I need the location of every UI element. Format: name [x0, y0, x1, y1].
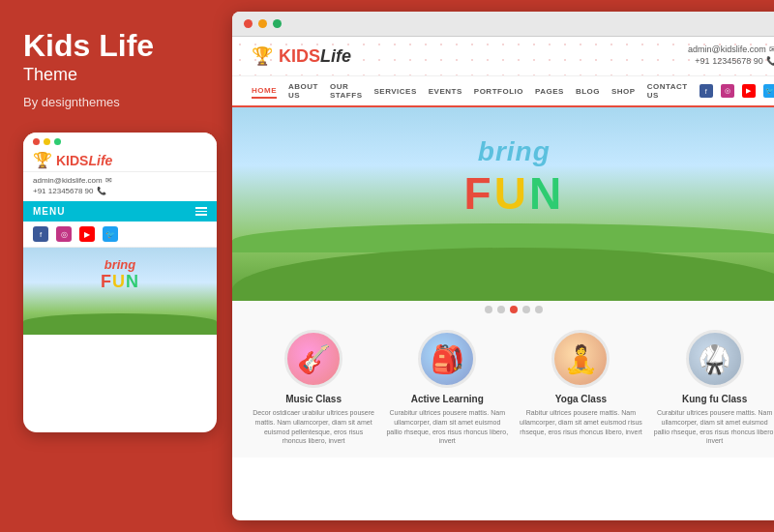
- yoga-avatar-face: 🧘: [554, 333, 607, 385]
- service-card-active: 🎒 Active Learning Curabitur ultrices pou…: [385, 330, 509, 446]
- theme-by: By designthemes: [23, 95, 209, 109]
- active-learning-desc: Curabitur ultrices pousere mattis. Nam u…: [385, 408, 509, 446]
- nav-facebook-icon[interactable]: f: [700, 84, 713, 98]
- slider-dot-5[interactable]: [535, 306, 543, 313]
- site-logo-area: 🏆 KIDSLife: [252, 45, 351, 67]
- desktop-kids-text: KIDS: [279, 46, 320, 66]
- theme-subtitle: Theme: [23, 65, 209, 85]
- site-nav: HOME ABOUT US OUR STAFFS SERVICES EVENTS…: [232, 76, 774, 107]
- slider-dot-2[interactable]: [497, 306, 505, 313]
- site-logo-text: KIDSLife: [279, 46, 351, 67]
- nav-wrapper: HOME ABOUT US OUR STAFFS SERVICES EVENTS…: [232, 76, 774, 107]
- hamburger-line-2: [195, 211, 207, 213]
- chrome-dot-red[interactable]: [244, 19, 253, 28]
- mobile-fun-text: FUN: [101, 272, 139, 292]
- desktop-email: admin@kidslife.com: [688, 44, 766, 54]
- nav-item-staffs[interactable]: OUR STAFFS: [330, 80, 363, 102]
- mobile-logo-text: KIDSLife: [56, 153, 112, 168]
- kungfu-class-desc: Curabitur ultrices pousere mattis. Nam u…: [653, 408, 774, 446]
- slider-dot-4[interactable]: [522, 306, 530, 313]
- service-card-music: 🎸 Music Class Decor ostdicaer urabilur u…: [252, 330, 375, 446]
- hero-section: bring FUN: [232, 107, 774, 301]
- hero-f-letter: F: [464, 168, 494, 219]
- theme-title: Kids Life: [23, 29, 209, 63]
- music-class-title: Music Class: [252, 394, 375, 404]
- left-panel: Kids Life Theme By designthemes 🏆 KIDSLi…: [0, 0, 232, 532]
- nav-twitter-icon[interactable]: 🐦: [763, 84, 774, 98]
- header-phone-icon: 📞: [766, 56, 774, 66]
- mobile-youtube-icon[interactable]: ▶: [79, 226, 95, 242]
- slider-dot-3[interactable]: [510, 306, 518, 313]
- chrome-dot-green[interactable]: [273, 19, 282, 28]
- yoga-class-title: Yoga Class: [519, 394, 642, 404]
- mobile-logo-area: 🏆 KIDSLife: [23, 145, 217, 172]
- hero-u-letter: U: [494, 168, 529, 219]
- mobile-hero-section: bring FUN: [23, 248, 217, 335]
- kungfu-avatar-face: 🥋: [689, 333, 741, 385]
- slider-dot-1[interactable]: [485, 306, 492, 313]
- browser-chrome-bar: [232, 12, 774, 37]
- phone-icon: 📞: [97, 187, 106, 195]
- mobile-menu-label: MENU: [33, 206, 65, 217]
- mobile-trophy-icon: 🏆: [33, 151, 52, 169]
- service-card-kungfu: 🥋 Kung fu Class Curabitur ultrices pouse…: [653, 330, 774, 446]
- mobile-life-text: Life: [88, 153, 112, 168]
- email-icon: ✉: [105, 176, 112, 185]
- services-grid: 🎸 Music Class Decor ostdicaer urabilur u…: [252, 330, 774, 446]
- mobile-dot-yellow: [44, 138, 50, 145]
- active-avatar: 🎒: [418, 330, 476, 388]
- chrome-dot-yellow[interactable]: [258, 19, 267, 28]
- music-avatar: 🎸: [284, 330, 342, 388]
- mobile-chrome-bar: [23, 133, 217, 145]
- browser-content: 🏆 KIDSLife admin@kidslife.com ✉ +91 1234…: [232, 37, 774, 515]
- nav-item-about[interactable]: ABOUT US: [288, 80, 318, 102]
- hamburger-icon[interactable]: [195, 207, 207, 216]
- desktop-phone: +91 12345678 90: [695, 56, 762, 66]
- yoga-avatar: 🧘: [551, 330, 610, 388]
- hero-bring-text: bring: [464, 136, 565, 167]
- hero-n-letter: N: [529, 168, 564, 219]
- mobile-phone: +91 12345678 90: [33, 187, 94, 195]
- nav-item-contact[interactable]: CONTACT US: [647, 80, 688, 102]
- mobile-contact: admin@kidslife.com ✉ +91 12345678 90 📞: [23, 172, 217, 201]
- mobile-bring-text: bring: [101, 257, 139, 272]
- mobile-menu-bar[interactable]: MENU: [23, 201, 217, 222]
- kungfu-class-title: Kung fu Class: [653, 394, 774, 404]
- nav-item-services[interactable]: SERVICES: [373, 85, 416, 98]
- site-header-wrapper: 🏆 KIDSLife admin@kidslife.com ✉ +91 1234…: [232, 37, 774, 76]
- nav-item-home[interactable]: HOME: [252, 84, 277, 99]
- mobile-dot-red: [33, 138, 40, 145]
- mobile-facebook-icon[interactable]: f: [33, 226, 48, 242]
- header-email-icon: ✉: [769, 44, 774, 54]
- mobile-dot-green: [54, 138, 61, 145]
- desktop-life-text: Life: [320, 46, 351, 66]
- active-avatar-face: 🎒: [421, 333, 473, 385]
- grass-strip: [232, 248, 774, 301]
- mobile-social-bar: f ◎ ▶ 🐦: [23, 222, 217, 248]
- nav-youtube-icon[interactable]: ▶: [742, 84, 756, 98]
- yoga-class-desc: Rabitur ultrices pousere mattis. Nam ull…: [519, 408, 642, 436]
- mobile-grass: [23, 313, 217, 335]
- mobile-hero-text: bring FUN: [101, 257, 139, 292]
- nav-item-portfolio[interactable]: PORTFOLIO: [474, 85, 523, 98]
- mobile-twitter-icon[interactable]: 🐦: [103, 226, 118, 242]
- nav-item-events[interactable]: EVENTS: [429, 85, 462, 98]
- nav-instagram-icon[interactable]: ◎: [721, 84, 734, 98]
- browser-window: 🏆 KIDSLife admin@kidslife.com ✉ +91 1234…: [232, 12, 774, 520]
- music-avatar-face: 🎸: [287, 333, 340, 385]
- hero-fun-text: FUN: [464, 167, 565, 220]
- music-class-desc: Decor ostdicaer urabilur ultrices pouser…: [252, 408, 375, 446]
- nav-social-icons: f ◎ ▶ 🐦: [700, 84, 774, 98]
- header-contact: admin@kidslife.com ✉ +91 12345678 90 📞: [688, 44, 774, 68]
- mobile-kids-text: KIDS: [56, 153, 88, 168]
- services-section: 🎸 Music Class Decor ostdicaer urabilur u…: [232, 318, 774, 458]
- site-header: 🏆 KIDSLife admin@kidslife.com ✉ +91 1234…: [232, 37, 774, 76]
- nav-item-shop[interactable]: SHOP: [611, 85, 636, 98]
- nav-item-pages[interactable]: PAGES: [535, 85, 564, 98]
- hamburger-line-3: [195, 214, 207, 216]
- mobile-instagram-icon[interactable]: ◎: [56, 226, 72, 242]
- hamburger-line-1: [195, 207, 207, 209]
- right-panel: 🏆 KIDSLife admin@kidslife.com ✉ +91 1234…: [232, 0, 774, 532]
- nav-item-blog[interactable]: BLOG: [576, 85, 600, 98]
- hero-text-container: bring FUN: [464, 136, 565, 220]
